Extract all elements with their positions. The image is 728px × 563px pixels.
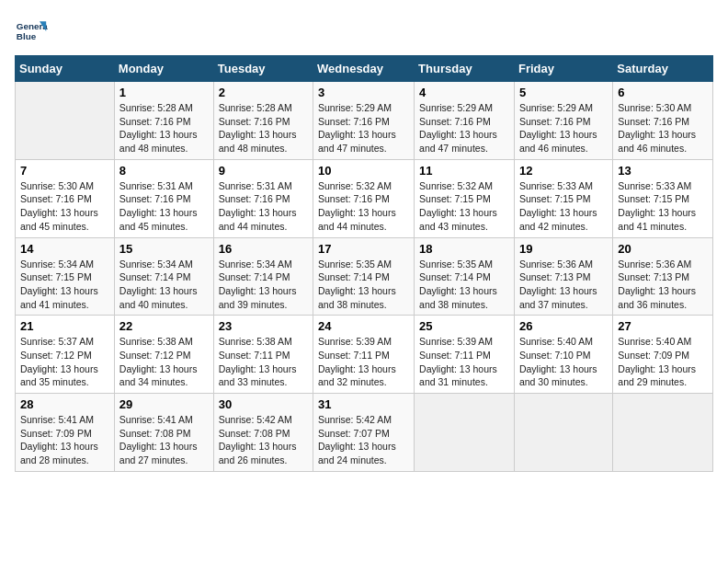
- calendar-day-cell: 13Sunrise: 5:33 AM Sunset: 7:15 PM Dayli…: [613, 159, 713, 237]
- header: General Blue: [15, 15, 713, 48]
- weekday-header-cell: Saturday: [613, 56, 713, 82]
- weekday-header-cell: Wednesday: [313, 56, 415, 82]
- day-number: 21: [20, 319, 109, 333]
- calendar-day-cell: 10Sunrise: 5:32 AM Sunset: 7:16 PM Dayli…: [313, 159, 415, 237]
- calendar-week-row: 1Sunrise: 5:28 AM Sunset: 7:16 PM Daylig…: [16, 82, 713, 160]
- calendar-day-cell: 28Sunrise: 5:41 AM Sunset: 7:09 PM Dayli…: [16, 394, 115, 472]
- calendar-day-cell: 4Sunrise: 5:29 AM Sunset: 7:16 PM Daylig…: [415, 82, 515, 160]
- day-info: Sunrise: 5:40 AM Sunset: 7:10 PM Dayligh…: [519, 335, 608, 389]
- day-number: 8: [119, 164, 209, 178]
- day-number: 13: [618, 164, 708, 178]
- weekday-header-cell: Thursday: [415, 56, 515, 82]
- calendar-day-cell: [613, 394, 713, 472]
- day-number: 11: [419, 164, 509, 178]
- day-info: Sunrise: 5:28 AM Sunset: 7:16 PM Dayligh…: [119, 101, 209, 155]
- day-number: 29: [119, 397, 209, 411]
- calendar-day-cell: 25Sunrise: 5:39 AM Sunset: 7:11 PM Dayli…: [415, 316, 515, 394]
- day-number: 15: [119, 242, 209, 256]
- day-number: 24: [318, 319, 409, 333]
- day-number: 18: [419, 242, 509, 256]
- calendar-week-row: 21Sunrise: 5:37 AM Sunset: 7:12 PM Dayli…: [16, 316, 713, 394]
- day-number: 14: [20, 242, 109, 256]
- day-number: 28: [20, 397, 109, 411]
- calendar-day-cell: 14Sunrise: 5:34 AM Sunset: 7:15 PM Dayli…: [16, 237, 115, 316]
- day-number: 27: [618, 319, 708, 333]
- day-number: 1: [119, 86, 209, 99]
- day-info: Sunrise: 5:39 AM Sunset: 7:11 PM Dayligh…: [318, 335, 409, 389]
- day-number: 20: [618, 242, 708, 256]
- day-number: 26: [519, 319, 608, 333]
- calendar-day-cell: [16, 82, 115, 160]
- calendar-day-cell: 29Sunrise: 5:41 AM Sunset: 7:08 PM Dayli…: [114, 394, 213, 472]
- calendar-day-cell: 6Sunrise: 5:30 AM Sunset: 7:16 PM Daylig…: [613, 82, 713, 160]
- day-info: Sunrise: 5:38 AM Sunset: 7:11 PM Dayligh…: [219, 335, 308, 389]
- day-info: Sunrise: 5:40 AM Sunset: 7:09 PM Dayligh…: [618, 335, 708, 389]
- day-number: 10: [318, 164, 409, 178]
- calendar-day-cell: 21Sunrise: 5:37 AM Sunset: 7:12 PM Dayli…: [16, 316, 115, 394]
- day-number: 17: [318, 242, 409, 256]
- calendar-day-cell: 19Sunrise: 5:36 AM Sunset: 7:13 PM Dayli…: [514, 237, 612, 316]
- day-number: 12: [519, 164, 608, 178]
- day-info: Sunrise: 5:34 AM Sunset: 7:14 PM Dayligh…: [219, 258, 308, 312]
- day-info: Sunrise: 5:30 AM Sunset: 7:16 PM Dayligh…: [20, 179, 109, 234]
- calendar-day-cell: 16Sunrise: 5:34 AM Sunset: 7:14 PM Dayli…: [213, 237, 313, 316]
- day-info: Sunrise: 5:39 AM Sunset: 7:11 PM Dayligh…: [419, 335, 509, 389]
- calendar-day-cell: 18Sunrise: 5:35 AM Sunset: 7:14 PM Dayli…: [415, 237, 515, 316]
- day-number: 6: [618, 86, 708, 99]
- calendar-day-cell: 22Sunrise: 5:38 AM Sunset: 7:12 PM Dayli…: [114, 316, 213, 394]
- calendar-day-cell: 23Sunrise: 5:38 AM Sunset: 7:11 PM Dayli…: [213, 316, 313, 394]
- day-info: Sunrise: 5:35 AM Sunset: 7:14 PM Dayligh…: [318, 258, 409, 312]
- day-info: Sunrise: 5:30 AM Sunset: 7:16 PM Dayligh…: [618, 101, 708, 155]
- day-number: 22: [119, 319, 209, 333]
- day-info: Sunrise: 5:41 AM Sunset: 7:09 PM Dayligh…: [20, 413, 109, 467]
- calendar-day-cell: 20Sunrise: 5:36 AM Sunset: 7:13 PM Dayli…: [613, 237, 713, 316]
- day-info: Sunrise: 5:33 AM Sunset: 7:15 PM Dayligh…: [618, 179, 708, 234]
- calendar-table: SundayMondayTuesdayWednesdayThursdayFrid…: [15, 55, 713, 472]
- day-info: Sunrise: 5:36 AM Sunset: 7:13 PM Dayligh…: [519, 258, 608, 312]
- day-number: 19: [519, 242, 608, 256]
- day-number: 2: [219, 86, 308, 99]
- day-number: 9: [219, 164, 308, 178]
- day-info: Sunrise: 5:41 AM Sunset: 7:08 PM Dayligh…: [119, 413, 209, 467]
- day-number: 31: [318, 397, 409, 411]
- logo: General Blue: [15, 15, 48, 48]
- calendar-day-cell: 31Sunrise: 5:42 AM Sunset: 7:07 PM Dayli…: [313, 394, 415, 472]
- weekday-header-row: SundayMondayTuesdayWednesdayThursdayFrid…: [16, 56, 713, 82]
- calendar-day-cell: 9Sunrise: 5:31 AM Sunset: 7:16 PM Daylig…: [213, 159, 313, 237]
- day-info: Sunrise: 5:42 AM Sunset: 7:07 PM Dayligh…: [318, 413, 409, 467]
- calendar-day-cell: 11Sunrise: 5:32 AM Sunset: 7:15 PM Dayli…: [415, 159, 515, 237]
- calendar-day-cell: 15Sunrise: 5:34 AM Sunset: 7:14 PM Dayli…: [114, 237, 213, 316]
- day-number: 7: [20, 164, 109, 178]
- day-info: Sunrise: 5:28 AM Sunset: 7:16 PM Dayligh…: [219, 101, 308, 155]
- calendar-week-row: 28Sunrise: 5:41 AM Sunset: 7:09 PM Dayli…: [16, 394, 713, 472]
- calendar-week-row: 14Sunrise: 5:34 AM Sunset: 7:15 PM Dayli…: [16, 237, 713, 316]
- calendar-day-cell: 26Sunrise: 5:40 AM Sunset: 7:10 PM Dayli…: [514, 316, 612, 394]
- weekday-header-cell: Monday: [114, 56, 213, 82]
- day-info: Sunrise: 5:34 AM Sunset: 7:15 PM Dayligh…: [20, 258, 109, 312]
- day-info: Sunrise: 5:42 AM Sunset: 7:08 PM Dayligh…: [219, 413, 308, 467]
- calendar-body: 1Sunrise: 5:28 AM Sunset: 7:16 PM Daylig…: [16, 82, 713, 472]
- day-number: 3: [318, 86, 409, 99]
- day-info: Sunrise: 5:32 AM Sunset: 7:16 PM Dayligh…: [318, 179, 409, 234]
- svg-text:Blue: Blue: [17, 31, 37, 41]
- calendar-day-cell: 30Sunrise: 5:42 AM Sunset: 7:08 PM Dayli…: [213, 394, 313, 472]
- calendar-day-cell: 3Sunrise: 5:29 AM Sunset: 7:16 PM Daylig…: [313, 82, 415, 160]
- day-number: 23: [219, 319, 308, 333]
- calendar-day-cell: 27Sunrise: 5:40 AM Sunset: 7:09 PM Dayli…: [613, 316, 713, 394]
- logo-icon: General Blue: [15, 15, 48, 48]
- calendar-day-cell: [415, 394, 515, 472]
- calendar-day-cell: 12Sunrise: 5:33 AM Sunset: 7:15 PM Dayli…: [514, 159, 612, 237]
- day-info: Sunrise: 5:36 AM Sunset: 7:13 PM Dayligh…: [618, 258, 708, 312]
- day-number: 25: [419, 319, 509, 333]
- calendar-day-cell: 8Sunrise: 5:31 AM Sunset: 7:16 PM Daylig…: [114, 159, 213, 237]
- day-number: 16: [219, 242, 308, 256]
- calendar-day-cell: [514, 394, 612, 472]
- day-info: Sunrise: 5:29 AM Sunset: 7:16 PM Dayligh…: [419, 101, 509, 155]
- day-info: Sunrise: 5:34 AM Sunset: 7:14 PM Dayligh…: [119, 258, 209, 312]
- day-info: Sunrise: 5:31 AM Sunset: 7:16 PM Dayligh…: [119, 179, 209, 234]
- day-info: Sunrise: 5:33 AM Sunset: 7:15 PM Dayligh…: [519, 179, 608, 234]
- calendar-day-cell: 7Sunrise: 5:30 AM Sunset: 7:16 PM Daylig…: [16, 159, 115, 237]
- weekday-header-cell: Friday: [514, 56, 612, 82]
- calendar-day-cell: 24Sunrise: 5:39 AM Sunset: 7:11 PM Dayli…: [313, 316, 415, 394]
- calendar-day-cell: 5Sunrise: 5:29 AM Sunset: 7:16 PM Daylig…: [514, 82, 612, 160]
